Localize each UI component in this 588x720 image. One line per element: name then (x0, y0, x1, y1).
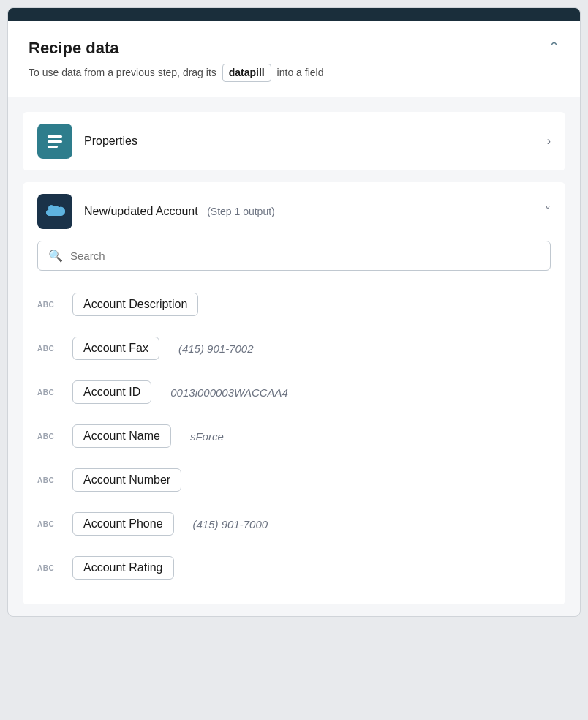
list-item: ABC Account Name sForce (37, 414, 551, 458)
type-label-account-number: ABC (37, 476, 61, 484)
account-section-label: New/updated Account (84, 205, 198, 217)
properties-left: Properties (37, 124, 137, 159)
account-section-row[interactable]: New/updated Account (Step 1 output) ˅ (23, 182, 565, 241)
list-item: ABC Account Rating (37, 546, 551, 590)
list-item: ABC Account ID 0013i000003WACCAA4 (37, 370, 551, 414)
search-container: 🔍 (23, 241, 565, 277)
account-fax-pill[interactable]: Account Fax (72, 337, 159, 360)
search-input[interactable] (70, 250, 540, 262)
datapills-list: ABC Account Description ABC Account Fax … (23, 277, 565, 604)
subtitle-pre: To use data from a previous step, drag i… (29, 67, 216, 78)
icon-line-3 (48, 146, 58, 148)
account-name-value: sForce (190, 430, 224, 443)
icon-line-1 (48, 135, 62, 138)
account-section-left: New/updated Account (Step 1 output) (37, 194, 275, 229)
list-item: ABC Account Description (37, 282, 551, 326)
account-phone-pill[interactable]: Account Phone (72, 512, 174, 536)
panel-title: Recipe data (29, 39, 119, 58)
account-chevron-icon: ˅ (545, 205, 551, 219)
account-name-pill[interactable]: Account Name (72, 424, 171, 448)
salesforce-icon-box (37, 194, 72, 229)
panel-header: Recipe data ⌃ To use data from a previou… (8, 21, 580, 97)
collapse-icon[interactable]: ⌃ (549, 39, 559, 55)
type-label-account-fax: ABC (37, 345, 61, 353)
account-section-text: New/updated Account (Step 1 output) (84, 205, 275, 218)
type-label-account-rating: ABC (37, 564, 61, 572)
datapill-badge: datapill (222, 64, 271, 82)
panel-content: Properties › New/updated (8, 112, 580, 604)
properties-chevron-icon: › (547, 135, 551, 148)
account-section: New/updated Account (Step 1 output) ˅ 🔍 … (23, 182, 565, 604)
account-rating-pill[interactable]: Account Rating (72, 556, 174, 580)
properties-row[interactable]: Properties › (23, 112, 565, 170)
type-label-account-name: ABC (37, 432, 61, 440)
list-item: ABC Account Fax (415) 901-7002 (37, 326, 551, 370)
account-description-pill[interactable]: Account Description (72, 293, 198, 316)
search-box: 🔍 (37, 241, 551, 271)
menu-icon (48, 135, 62, 148)
account-number-pill[interactable]: Account Number (72, 468, 181, 492)
account-id-value: 0013i000003WACCAA4 (170, 386, 288, 399)
type-label-account-id: ABC (37, 389, 61, 397)
subtitle-post: into a field (277, 67, 324, 78)
top-bar (8, 8, 580, 21)
account-id-pill[interactable]: Account ID (72, 380, 151, 404)
account-step-label: (Step 1 output) (207, 206, 275, 217)
list-item: ABC Account Phone (415) 901-7000 (37, 502, 551, 546)
account-phone-value: (415) 901-7000 (193, 518, 268, 530)
type-label-account-description: ABC (37, 301, 61, 309)
icon-line-2 (48, 140, 62, 143)
panel-subtitle: To use data from a previous step, drag i… (29, 64, 559, 82)
salesforce-cloud-icon (43, 203, 67, 220)
properties-label: Properties (84, 135, 137, 148)
type-label-account-phone: ABC (37, 520, 61, 528)
properties-icon-box (37, 124, 72, 159)
properties-section: Properties › (23, 112, 565, 170)
recipe-data-panel: Recipe data ⌃ To use data from a previou… (7, 7, 581, 617)
account-fax-value: (415) 901-7002 (178, 342, 254, 355)
list-item: ABC Account Number (37, 458, 551, 502)
search-magnifier-icon: 🔍 (48, 249, 63, 263)
